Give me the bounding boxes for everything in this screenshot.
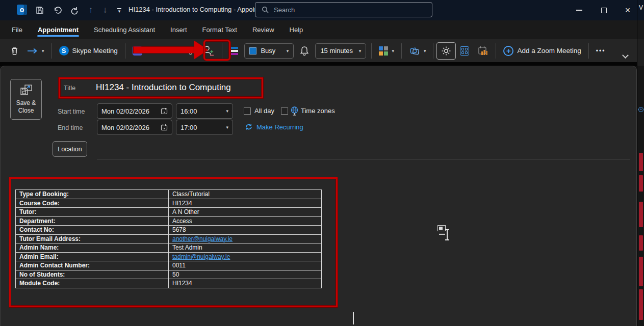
forward-arrow-icon	[27, 47, 38, 55]
table-row-label: Tutor:	[16, 208, 169, 217]
table-row-label: Contact No:	[16, 226, 169, 235]
add-zoom-meeting-button[interactable]: + Add a Zoom Meeting	[499, 43, 585, 59]
tab-scheduling-assistant[interactable]: Scheduling Assistant	[88, 22, 161, 38]
email-link[interactable]: tadmin@nuigalway.ie	[172, 253, 230, 260]
insights-button[interactable]	[473, 42, 493, 60]
redo-icon[interactable]	[68, 4, 81, 16]
save-close-label: Save &Close	[16, 99, 36, 115]
trash-icon	[10, 46, 19, 56]
skype-meeting-button[interactable]: S Skype Meeting	[55, 43, 122, 59]
skype-meeting-label: Skype Meeting	[72, 47, 118, 55]
table-row: No of Students:50	[16, 270, 322, 279]
table-row-value[interactable]: another@nuigalway.ie	[169, 234, 322, 243]
calendar-icon	[161, 107, 168, 115]
table-row-label: Admin Email:	[16, 252, 169, 261]
categorize-button[interactable]: ▾	[375, 43, 398, 59]
sun-icon	[441, 46, 451, 56]
minimize-button[interactable]	[568, 0, 591, 20]
table-row-value[interactable]: tadmin@nuigalway.ie	[169, 252, 322, 261]
end-time-caret: ▾	[226, 125, 228, 130]
all-day-label: All day	[254, 107, 274, 115]
start-time-value: 16:00	[181, 107, 197, 115]
tags-caret: ▾	[424, 48, 426, 53]
forward-dropdown-caret[interactable]: ▾	[42, 48, 44, 53]
booking-details-table: Type of Booking:Class/TutorialCourse Cod…	[15, 189, 322, 288]
outlook-appointment-window: o ↑ ↓ ▾ HI1234 - Introduction to Computi…	[0, 0, 644, 326]
title-bar: o ↑ ↓ ▾ HI1234 - Introduction to Computi…	[0, 0, 637, 20]
categorize-caret: ▾	[392, 48, 394, 53]
tags-button[interactable]: ▾	[405, 43, 430, 59]
close-button[interactable]: ×	[616, 0, 639, 20]
background-calendar-event	[639, 202, 643, 227]
table-row-label: Type of Booking:	[16, 190, 169, 199]
end-time-dropdown[interactable]: 17:00 ▾	[176, 120, 233, 135]
location-label: Location	[58, 146, 82, 153]
background-calendar-event	[639, 153, 643, 171]
make-recurring-link[interactable]: Make Recurring	[245, 123, 303, 131]
table-row-label: Module Code:	[16, 279, 169, 288]
tags-icon	[409, 46, 420, 56]
show-as-status-icon	[229, 47, 238, 55]
tab-file[interactable]: File	[6, 22, 28, 38]
search-input[interactable]: Search	[255, 2, 432, 17]
background-calendar-event	[639, 175, 643, 192]
table-row: Course Code:HI1234	[16, 199, 322, 208]
end-date-picker[interactable]: Mon 02/02/2026	[97, 120, 172, 135]
move-down-icon: ↓	[99, 4, 111, 16]
table-row-label: Course Code:	[16, 199, 169, 208]
undo-icon[interactable]	[51, 4, 63, 16]
show-as-dropdown[interactable]: Busy ▾	[244, 43, 294, 59]
zoom-plus-icon: +	[503, 46, 513, 56]
tab-insert[interactable]: Insert	[165, 22, 193, 38]
table-row-label: Admin Contact Number:	[16, 261, 169, 270]
all-day-checkbox[interactable]	[244, 107, 251, 115]
end-date-value: Mon 02/02/2026	[101, 124, 149, 131]
low-importance-button[interactable]	[436, 42, 456, 60]
background-calendar-event	[639, 289, 643, 320]
categorize-icon	[379, 46, 388, 56]
table-row-label: Tutor Email Address:	[16, 234, 169, 243]
delete-button[interactable]	[6, 43, 23, 59]
title-input[interactable]: HI1234 - Introduction to Computing	[96, 83, 231, 93]
start-time-dropdown[interactable]: 16:00 ▾	[176, 103, 233, 119]
background-window-sliver: V +	[637, 0, 644, 326]
show-as-caret: ▾	[287, 48, 289, 53]
collapse-ribbon-button[interactable]	[623, 53, 628, 58]
table-row-value: Class/Tutorial	[169, 190, 322, 199]
save-close-button[interactable]: Save &Close	[10, 79, 42, 120]
globe-icon	[290, 106, 299, 116]
start-time-label: Start time	[58, 108, 85, 115]
calendar-icon	[161, 124, 168, 131]
more-commands-button[interactable]: •••	[592, 44, 610, 58]
paste-options-cursor-icon	[437, 225, 446, 231]
show-as-value: Busy	[261, 47, 282, 55]
show-as-bars-button[interactable]	[225, 44, 242, 58]
reminder-caret: ▾	[359, 48, 362, 53]
tab-help[interactable]: Help	[284, 22, 309, 38]
tab-review[interactable]: Review	[247, 22, 280, 38]
tab-appointment[interactable]: Appointment	[32, 22, 84, 38]
end-time-label: End time	[58, 124, 83, 131]
location-input-underline[interactable]	[97, 159, 630, 159]
save-icon[interactable]	[34, 4, 46, 16]
forward-button[interactable]: ▾	[23, 44, 48, 58]
start-date-value: Mon 02/02/2026	[101, 107, 149, 115]
tab-format-text[interactable]: Format Text	[197, 22, 243, 38]
table-row: Contact No:5678	[16, 226, 322, 235]
search-placeholder: Search	[274, 6, 295, 14]
time-zones-checkbox[interactable]	[281, 107, 288, 115]
table-row: Tutor Email Address:another@nuigalway.ie	[16, 234, 322, 243]
email-link[interactable]: another@nuigalway.ie	[172, 235, 233, 242]
reminder-bell-button[interactable]	[296, 43, 313, 59]
busy-status-swatch	[249, 47, 256, 55]
customize-quick-access-icon[interactable]: ▾	[113, 4, 125, 16]
location-button[interactable]: Location	[53, 141, 87, 157]
start-date-picker[interactable]: Mon 02/02/2026	[97, 103, 172, 119]
background-calendar-event	[639, 257, 643, 286]
reminder-value: 15 minutes	[320, 47, 354, 55]
move-up-icon: ↑	[85, 4, 97, 16]
view-templates-button[interactable]	[456, 43, 473, 59]
maximize-button[interactable]	[592, 0, 615, 20]
search-icon	[262, 6, 269, 13]
reminder-dropdown[interactable]: 15 minutes ▾	[315, 43, 366, 59]
